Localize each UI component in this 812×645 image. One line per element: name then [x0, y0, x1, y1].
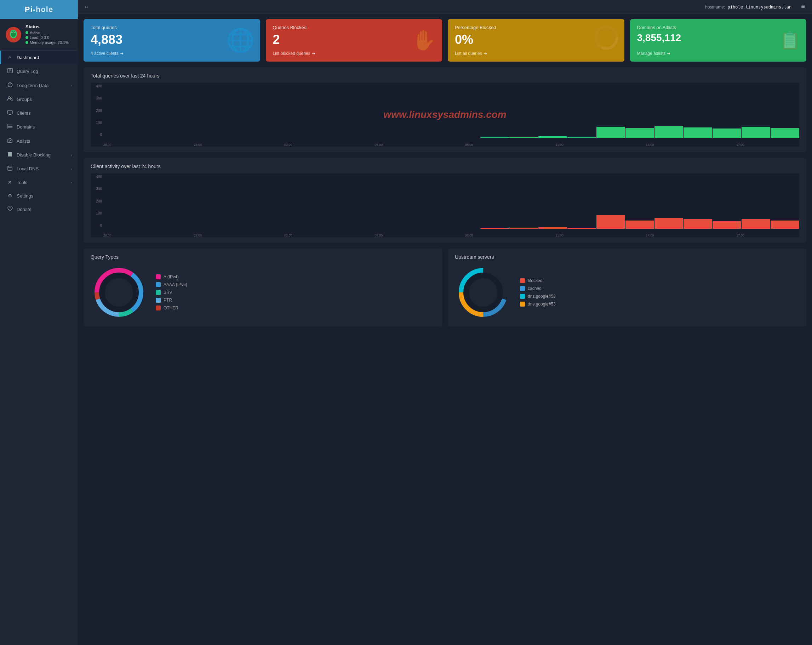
legend-checkbox-other — [156, 306, 161, 310]
x-label: 17:00 — [736, 234, 744, 237]
chart-bar — [539, 136, 567, 138]
topbar-right: hostname: pihole.linuxsysadmins.lan ≡ — [705, 3, 805, 10]
legend-checkbox-cached — [520, 286, 525, 291]
queries-blocked-link-arrow: ➜ — [312, 51, 315, 56]
chart-bar — [684, 127, 712, 138]
x-label: 05:00 — [374, 234, 383, 237]
longterm-arrow: ‹ — [71, 83, 72, 87]
disable-blocking-icon — [7, 152, 13, 158]
sidebar-item-adlists-label: Adlists — [17, 138, 72, 144]
svg-point-3 — [11, 32, 13, 33]
sidebar-item-disable-blocking[interactable]: Disable Blocking ‹ — [0, 148, 78, 162]
sidebar-item-groups[interactable]: Groups — [0, 92, 78, 106]
topbar-menu-icon[interactable]: ≡ — [801, 3, 805, 10]
disable-blocking-arrow: ‹ — [71, 153, 72, 157]
domains-adlists-value: 3,855,112 — [637, 32, 800, 44]
sidebar-item-longterm-label: Long-term Data — [17, 83, 67, 88]
domains-icon — [7, 124, 13, 130]
total-queries-link-text: 4 active clients — [91, 51, 119, 56]
upstream-servers-section: Upstream servers — [448, 249, 806, 326]
legend-item-other: OTHER — [156, 306, 187, 310]
sidebar-header: Pi-hole — [0, 0, 78, 19]
memory-dot — [26, 41, 28, 44]
chart-bar — [597, 215, 625, 229]
x-label: 23:00 — [194, 143, 202, 147]
x-label: 02:00 — [284, 143, 292, 147]
x-label: 08:00 — [465, 143, 473, 147]
sidebar-item-domains-label: Domains — [17, 124, 72, 130]
upstream-servers-donut — [455, 264, 511, 321]
hostname-label: hostname: — [705, 5, 725, 9]
query-types-legend: A (IPv4) AAAA (IPv6) SRV PTR — [156, 274, 187, 310]
tools-arrow: ‹ — [71, 180, 72, 185]
chart-bar — [539, 227, 567, 229]
client-activity-chart-section: Client activity over last 24 hours 400 3… — [84, 158, 806, 243]
legend-item-ipv6: AAAA (IPv6) — [156, 282, 187, 287]
svg-line-14 — [10, 85, 11, 86]
sidebar-item-groups-label: Groups — [17, 97, 72, 102]
sidebar-item-clients[interactable]: Clients — [0, 106, 78, 120]
sidebar-item-donate-label: Donate — [17, 207, 72, 212]
load-status-line: Load: 0 0 0 — [26, 35, 69, 40]
sidebar-item-settings[interactable]: ⚙ Settings — [0, 189, 78, 202]
sidebar-logo: Status Active Load: 0 0 0 Memory usage: … — [0, 19, 78, 50]
stat-card-percentage-blocked: Percentage Blocked 0% List all queries ➜ — [448, 19, 624, 61]
legend-label-ptr: PTR — [163, 298, 172, 303]
sidebar-collapse-button[interactable]: « — [85, 3, 88, 10]
client-activity-y-labels: 400 300 200 100 0 — [91, 173, 103, 229]
total-queries-bars — [103, 84, 799, 138]
total-queries-chart-section: Total queries over last 24 hours www.lin… — [84, 67, 806, 152]
total-queries-value: 4,883 — [91, 32, 253, 47]
chart-bar — [626, 220, 654, 229]
total-queries-link-arrow: ➜ — [120, 51, 124, 56]
percentage-blocked-title: Percentage Blocked — [455, 25, 617, 30]
total-queries-link[interactable]: 4 active clients ➜ — [91, 51, 253, 56]
domains-adlists-link[interactable]: Manage adlists ➜ — [637, 51, 800, 56]
active-label: Active — [30, 31, 40, 35]
sidebar-item-adlists[interactable]: Adlists — [0, 134, 78, 148]
legend-label-dns1: dns.google#53 — [528, 294, 556, 299]
chart-bar — [480, 228, 509, 229]
sidebar-item-longterm[interactable]: Long-term Data ‹ — [0, 78, 78, 92]
dashboard-content: Total queries 4,883 4 active clients ➜ 🌐… — [78, 14, 812, 645]
queries-blocked-link[interactable]: List blocked queries ➜ — [273, 51, 435, 56]
domains-adlists-link-arrow: ➜ — [667, 51, 670, 56]
sidebar-item-dashboard[interactable]: ⌂ Dashboard — [0, 50, 78, 64]
sidebar: Pi-hole Status Active Load: 0 0 0 — [0, 0, 78, 645]
sidebar-item-local-dns[interactable]: Local DNS ‹ — [0, 162, 78, 176]
nav-items: ⌂ Dashboard Query Log Long-term Data ‹ G… — [0, 50, 78, 216]
sidebar-item-donate[interactable]: Donate — [0, 202, 78, 216]
sidebar-item-tools[interactable]: ✕ Tools ‹ — [0, 176, 78, 189]
legend-checkbox-ptr — [156, 298, 161, 303]
app-name-hole: hole — [36, 5, 53, 14]
tools-icon: ✕ — [7, 179, 13, 185]
x-label: 02:00 — [284, 234, 292, 237]
legend-checkbox-srv — [156, 290, 161, 295]
chart-bar — [626, 128, 654, 138]
sidebar-item-querylog[interactable]: Query Log — [0, 64, 78, 78]
pihole-logo-icon — [6, 27, 21, 43]
stat-card-domains-adlists: Domains on Adlists 3,855,112 Manage adli… — [630, 19, 807, 61]
x-label: 14:00 — [646, 143, 654, 147]
longterm-icon — [7, 82, 13, 89]
query-types-title: Query Types — [91, 254, 435, 260]
upstream-servers-title: Upstream servers — [455, 254, 799, 260]
status-title: Status — [26, 24, 69, 29]
querylog-icon — [7, 68, 13, 74]
app-name-pi: Pi- — [25, 5, 36, 14]
svg-rect-5 — [13, 31, 14, 32]
percentage-blocked-link[interactable]: List all queries ➜ — [455, 51, 617, 56]
total-queries-chart-title: Total queries over last 24 hours — [91, 73, 799, 79]
total-queries-y-labels: 400 300 200 100 0 — [91, 83, 103, 138]
legend-item-blocked: blocked — [520, 278, 556, 283]
svg-point-15 — [8, 97, 10, 99]
query-types-content: A (IPv4) AAAA (IPv6) SRV PTR — [91, 264, 435, 321]
active-status-line: Active — [26, 31, 69, 35]
sidebar-item-domains[interactable]: Domains — [0, 120, 78, 134]
domains-adlists-link-text: Manage adlists — [637, 51, 666, 56]
legend-item-srv: SRV — [156, 290, 187, 295]
upstream-servers-legend: blocked cached dns.google#53 dns.go — [520, 278, 556, 307]
client-activity-chart-title: Client activity over last 24 hours — [91, 164, 799, 169]
local-dns-icon — [7, 166, 13, 172]
status-info: Status Active Load: 0 0 0 Memory usage: … — [26, 24, 69, 45]
